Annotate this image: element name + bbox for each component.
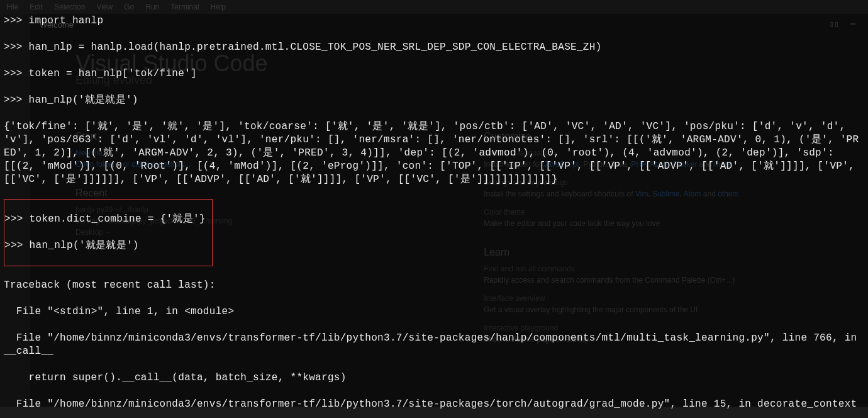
- terminal-line: return super().__call__(data, batch_size…: [4, 371, 864, 385]
- terminal-line: >>> han_nlp = hanlp.load(hanlp.pretraine…: [4, 41, 864, 54]
- terminal-output[interactable]: >>> import hanlp >>> han_nlp = hanlp.loa…: [0, 0, 868, 418]
- terminal-line: File "/home/binnz/miniconda3/envs/transf…: [4, 398, 864, 411]
- terminal-line: File "<stdin>", line 1, in <module>: [4, 305, 864, 319]
- terminal-line: >>> import hanlp: [4, 14, 864, 28]
- terminal-line: >>> token.dict_combine = {'就是'}: [4, 213, 206, 226]
- terminal-line: >>> token = han_nlp['tok/fine']: [4, 67, 864, 81]
- terminal-line: File "/home/binnz/miniconda3/envs/transf…: [4, 332, 864, 358]
- terminal-line: >>> han_nlp('就是就是'): [4, 239, 206, 252]
- terminal-line: {'tok/fine': ['就', '是', '就', '是'], 'tok/…: [4, 120, 864, 186]
- terminal-line: Traceback (most recent call last):: [4, 279, 864, 292]
- highlight-box-input: >>> token.dict_combine = {'就是'} >>> han_…: [4, 199, 213, 266]
- terminal-line: >>> han_nlp('就是就是'): [4, 94, 864, 107]
